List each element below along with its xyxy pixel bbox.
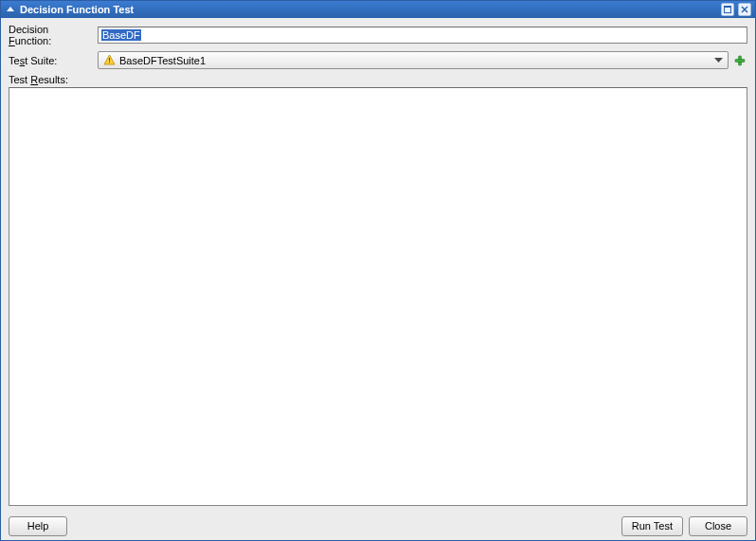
run-test-button-label: Run Test: [632, 520, 673, 532]
maximize-button[interactable]: [721, 3, 734, 16]
help-button-label: Help: [27, 520, 49, 532]
svg-rect-7: [109, 62, 110, 63]
close-button-label: Close: [705, 520, 731, 532]
window-title: Decision Function Test: [20, 4, 721, 15]
test-suite-combo[interactable]: BaseDFTestSuite1: [98, 51, 729, 69]
decision-function-value: BaseDF: [101, 29, 141, 41]
test-results-area[interactable]: [9, 87, 747, 506]
test-suite-selected: BaseDFTestSuite1: [119, 55, 711, 66]
svg-marker-8: [714, 58, 723, 63]
dialog-content: Decision Function: BaseDF Test Suite:: [1, 18, 755, 512]
chevron-down-icon: [711, 58, 726, 63]
svg-rect-6: [109, 58, 110, 62]
run-test-button[interactable]: Run Test: [621, 516, 683, 536]
close-button[interactable]: Close: [689, 516, 747, 536]
app-icon: [5, 4, 16, 15]
button-bar: Help Run Test Close: [1, 512, 755, 540]
decision-function-row: Decision Function: BaseDF: [9, 24, 747, 46]
titlebar: Decision Function Test: [1, 1, 755, 18]
help-button[interactable]: Help: [9, 516, 67, 536]
warning-icon: [102, 54, 116, 67]
dialog-window: Decision Function Test Decision Function…: [0, 0, 756, 541]
close-window-button[interactable]: [738, 3, 751, 16]
add-test-suite-button[interactable]: [732, 53, 747, 68]
svg-marker-0: [7, 7, 14, 11]
svg-rect-10: [735, 59, 745, 62]
test-suite-combo-wrap: BaseDFTestSuite1: [98, 51, 747, 69]
decision-function-input[interactable]: BaseDF: [98, 27, 747, 44]
decision-function-label: Decision Function:: [9, 24, 94, 46]
test-results-label: Test Results:: [9, 74, 747, 85]
window-controls: [721, 3, 751, 16]
test-suite-row: Test Suite: BaseDFTestSuite1: [9, 51, 747, 69]
test-suite-label: Test Suite:: [9, 55, 94, 66]
